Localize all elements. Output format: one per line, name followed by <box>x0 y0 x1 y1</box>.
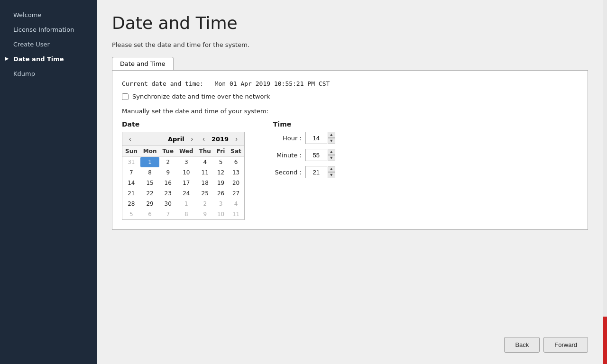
cal-day-cell[interactable]: 5 <box>214 157 228 168</box>
cal-day-header: Tue <box>159 146 176 157</box>
sidebar-item-label: Kdump <box>13 70 35 77</box>
cal-day-cell: 3 <box>214 199 228 209</box>
cal-day-cell[interactable]: 25 <box>196 188 214 199</box>
sidebar-item-kdump[interactable]: Kdump <box>0 66 97 81</box>
tab-date-time[interactable]: Date and Time <box>112 57 174 70</box>
cal-day-cell: 9 <box>196 209 214 219</box>
cal-day-cell[interactable]: 18 <box>196 178 214 188</box>
minute-up-btn[interactable]: ▲ <box>328 149 335 155</box>
second-down-btn[interactable]: ▼ <box>328 172 335 178</box>
hour-down-btn[interactable]: ▼ <box>328 138 335 144</box>
cal-day-cell: 11 <box>228 209 244 219</box>
sidebar-item-date-time[interactable]: Date and Time <box>0 52 97 66</box>
cal-day-cell[interactable]: 26 <box>214 188 228 199</box>
cal-day-cell[interactable]: 7 <box>122 167 140 178</box>
cal-week-row: 14151617181920 <box>122 178 244 188</box>
hour-up-btn[interactable]: ▲ <box>328 132 335 138</box>
cal-day-cell[interactable]: 23 <box>159 188 176 199</box>
cal-day-cell[interactable]: 27 <box>228 188 244 199</box>
sidebar-item-label: Welcome <box>13 11 41 18</box>
sidebar-item-create-user[interactable]: Create User <box>0 37 97 52</box>
prev-year-btn[interactable]: ‹ <box>200 134 208 144</box>
cal-day-cell: 4 <box>228 199 244 209</box>
sidebar-item-label: Create User <box>13 41 50 48</box>
cal-week-row: 567891011 <box>122 209 244 219</box>
time-section-title: Time <box>273 120 335 128</box>
second-label: Second : <box>273 169 302 176</box>
sidebar-item-license[interactable]: License Information <box>0 22 97 37</box>
cal-week-row: 2829301234 <box>122 199 244 209</box>
datetime-section: Date ‹ April › ‹ 2019 › <box>122 120 578 220</box>
minute-row: Minute : ▲ ▼ <box>273 149 335 161</box>
current-datetime-label: Current date and time: <box>122 80 203 87</box>
calendar: ‹ April › ‹ 2019 › SunMonTueWedThuFriSat… <box>122 132 245 220</box>
second-input[interactable] <box>305 166 327 178</box>
sync-row: Synchronize date and time over the netwo… <box>122 93 578 100</box>
page-title: Date and Time <box>112 13 588 33</box>
bottom-bar: Back Forward <box>504 337 588 353</box>
cal-day-cell: 2 <box>196 199 214 209</box>
forward-button[interactable]: Forward <box>543 337 588 353</box>
cal-grid: SunMonTueWedThuFriSat 311234567891011121… <box>122 146 244 219</box>
cal-day-cell[interactable]: 10 <box>176 167 196 178</box>
right-bar <box>603 317 607 364</box>
cal-day-cell: 8 <box>176 209 196 219</box>
cal-day-cell[interactable]: 2 <box>159 157 176 168</box>
prev-month-btn[interactable]: ‹ <box>126 134 134 144</box>
cal-day-cell[interactable]: 12 <box>214 167 228 178</box>
cal-day-cell[interactable]: 13 <box>228 167 244 178</box>
cal-day-cell[interactable]: 30 <box>159 199 176 209</box>
cal-week-row: 21222324252627 <box>122 188 244 199</box>
cal-day-cell[interactable]: 17 <box>176 178 196 188</box>
minute-input[interactable] <box>305 149 327 161</box>
cal-day-cell[interactable]: 9 <box>159 167 176 178</box>
right-edge <box>603 0 607 364</box>
cal-day-cell[interactable]: 19 <box>214 178 228 188</box>
sidebar-item-welcome[interactable]: Welcome <box>0 8 97 22</box>
sidebar: Welcome License Information Create User … <box>0 0 97 364</box>
cal-day-cell[interactable]: 1 <box>140 157 160 168</box>
cal-day-cell[interactable]: 8 <box>140 167 160 178</box>
cal-week-row: 78910111213 <box>122 167 244 178</box>
cal-day-header: Fri <box>214 146 228 157</box>
hour-spinner: ▲ ▼ <box>328 132 335 144</box>
cal-day-cell[interactable]: 28 <box>122 199 140 209</box>
hour-input-wrap: ▲ ▼ <box>305 132 335 144</box>
back-button[interactable]: Back <box>504 337 540 353</box>
second-up-btn[interactable]: ▲ <box>328 166 335 172</box>
cal-day-cell[interactable]: 22 <box>140 188 160 199</box>
page-subtitle: Please set the date and time for the sys… <box>112 41 588 48</box>
cal-day-cell[interactable]: 29 <box>140 199 160 209</box>
cal-year: 2019 <box>212 136 229 143</box>
hour-row: Hour : ▲ ▼ <box>273 132 335 144</box>
cal-day-cell: 1 <box>176 199 196 209</box>
cal-day-cell[interactable]: 4 <box>196 157 214 168</box>
next-year-btn[interactable]: › <box>232 134 240 144</box>
cal-day-cell: 10 <box>214 209 228 219</box>
cal-day-cell[interactable]: 16 <box>159 178 176 188</box>
sync-checkbox[interactable] <box>122 93 129 100</box>
cal-day-cell[interactable]: 11 <box>196 167 214 178</box>
cal-day-header: Wed <box>176 146 196 157</box>
sync-label[interactable]: Synchronize date and time over the netwo… <box>132 93 270 100</box>
hour-input[interactable] <box>305 132 327 144</box>
cal-day-cell[interactable]: 20 <box>228 178 244 188</box>
current-datetime-value: Mon 01 Apr 2019 10:55:21 PM CST <box>215 80 330 87</box>
cal-day-cell[interactable]: 24 <box>176 188 196 199</box>
date-section-title: Date <box>122 120 245 128</box>
minute-down-btn[interactable]: ▼ <box>328 155 335 161</box>
current-datetime-row: Current date and time: Mon 01 Apr 2019 1… <box>122 80 578 87</box>
cal-day-cell: 6 <box>140 209 160 219</box>
cal-day-header: Sun <box>122 146 140 157</box>
cal-day-cell[interactable]: 6 <box>228 157 244 168</box>
cal-day-header: Thu <box>196 146 214 157</box>
minute-label: Minute : <box>273 152 302 159</box>
hour-label: Hour : <box>273 135 302 142</box>
manual-label: Manually set the date and time of your s… <box>122 108 578 115</box>
cal-day-cell[interactable]: 3 <box>176 157 196 168</box>
next-month-btn[interactable]: › <box>188 134 196 144</box>
cal-day-cell[interactable]: 14 <box>122 178 140 188</box>
cal-day-cell[interactable]: 15 <box>140 178 160 188</box>
cal-day-cell[interactable]: 21 <box>122 188 140 199</box>
tab-bar: Date and Time <box>112 57 588 70</box>
